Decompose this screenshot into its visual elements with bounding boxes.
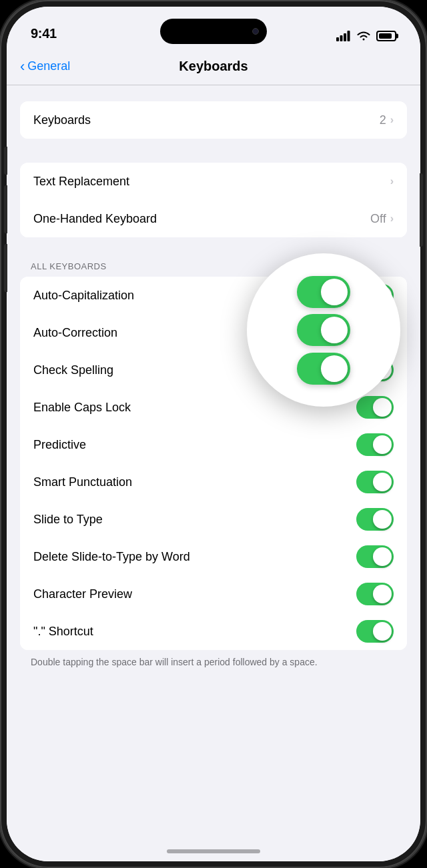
keyboards-chevron-icon: ›	[390, 114, 394, 126]
predictive-row[interactable]: Predictive	[20, 426, 407, 463]
back-button[interactable]: ‹ General	[20, 59, 70, 74]
character-preview-row[interactable]: Character Preview	[20, 575, 407, 613]
auto-capitalization-label: Auto-Capitalization	[33, 289, 134, 303]
slide-to-type-toggle[interactable]	[356, 508, 394, 531]
delete-slide-type-row[interactable]: Delete Slide-to-Type by Word	[20, 538, 407, 575]
keyboards-label: Keyboards	[33, 113, 91, 127]
character-preview-label: Character Preview	[33, 587, 132, 601]
delete-slide-type-toggle[interactable]	[356, 545, 394, 568]
camera-dot	[252, 28, 259, 35]
character-preview-toggle[interactable]	[356, 583, 394, 605]
scrollable-area[interactable]: Keyboards 2 › Text Replacement ›	[7, 85, 420, 861]
check-spelling-label: Check Spelling	[33, 363, 113, 377]
keyboards-row-right: 2 ›	[380, 113, 394, 127]
screen-content: 9:41	[7, 7, 420, 861]
toggle-knob	[373, 547, 392, 566]
svg-rect-0	[336, 37, 339, 41]
wifi-icon	[356, 31, 371, 41]
page-title: Keyboards	[179, 59, 248, 74]
keyboards-value: 2	[380, 113, 386, 127]
svg-rect-2	[344, 33, 346, 41]
enable-caps-lock-toggle[interactable]	[356, 396, 394, 419]
period-shortcut-label: "." Shortcut	[33, 625, 93, 639]
battery-icon	[376, 31, 396, 41]
spotlight-toggle-knob-1	[321, 279, 348, 305]
keyboards-group: Keyboards 2 ›	[20, 101, 407, 139]
phone-frame: 9:41	[0, 0, 427, 868]
text-options-group: Text Replacement › One-Handed Keyboard O…	[20, 163, 407, 237]
home-indicator	[167, 849, 260, 853]
smart-punctuation-toggle[interactable]	[356, 471, 394, 493]
spotlight-toggle-knob-2	[321, 317, 348, 343]
text-replacement-chevron-icon: ›	[390, 175, 394, 187]
smart-punctuation-label: Smart Punctuation	[33, 475, 132, 489]
battery-fill	[379, 33, 392, 39]
svg-rect-3	[348, 31, 350, 41]
toggle-knob	[373, 435, 392, 454]
text-replacement-right: ›	[390, 175, 394, 187]
auto-correction-label: Auto-Correction	[33, 326, 117, 340]
toggle-knob	[373, 622, 392, 641]
enable-caps-lock-label: Enable Caps Lock	[33, 401, 131, 415]
predictive-toggle[interactable]	[356, 433, 394, 456]
one-handed-right: Off ›	[370, 212, 394, 226]
status-icons	[336, 31, 396, 41]
dynamic-island	[160, 19, 267, 44]
toggle-knob	[373, 398, 392, 417]
slide-to-type-label: Slide to Type	[33, 513, 103, 527]
toggle-knob	[373, 473, 392, 491]
spotlight-toggle-knob-3	[321, 355, 348, 382]
delete-slide-type-label: Delete Slide-to-Type by Word	[33, 550, 190, 564]
smart-punctuation-row[interactable]: Smart Punctuation	[20, 463, 407, 501]
nav-bar: ‹ General Keyboards	[7, 48, 420, 85]
period-shortcut-toggle[interactable]	[356, 620, 394, 643]
period-shortcut-row[interactable]: "." Shortcut	[20, 613, 407, 650]
spotlight-toggle-1[interactable]	[297, 276, 350, 308]
one-handed-chevron-icon: ›	[390, 213, 394, 225]
spotlight-toggle-2[interactable]	[297, 314, 350, 346]
predictive-label: Predictive	[33, 438, 86, 452]
keyboards-row[interactable]: Keyboards 2 ›	[20, 101, 407, 139]
text-replacement-label: Text Replacement	[33, 175, 129, 189]
one-handed-label: One-Handed Keyboard	[33, 212, 157, 226]
footer-note: Double tapping the space bar will insert…	[7, 650, 420, 683]
status-time: 9:41	[31, 26, 57, 41]
one-handed-value: Off	[370, 212, 386, 226]
signal-icon	[336, 31, 351, 41]
svg-rect-1	[340, 35, 343, 41]
one-handed-keyboard-row[interactable]: One-Handed Keyboard Off ›	[20, 200, 407, 237]
text-replacement-row[interactable]: Text Replacement ›	[20, 163, 407, 200]
phone-screen: 9:41	[7, 7, 420, 861]
toggle-knob	[373, 585, 392, 603]
slide-to-type-row[interactable]: Slide to Type	[20, 501, 407, 538]
back-chevron-icon: ‹	[20, 59, 25, 74]
toggle-spotlight	[247, 253, 400, 407]
toggle-knob	[373, 510, 392, 529]
spotlight-toggle-3[interactable]	[297, 353, 350, 385]
back-label: General	[27, 59, 70, 73]
